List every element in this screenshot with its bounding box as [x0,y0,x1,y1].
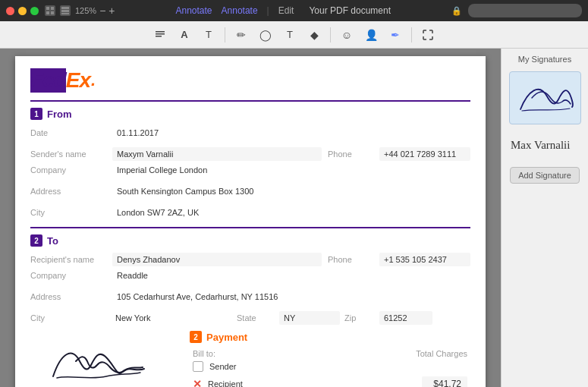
toolbar-type-icon[interactable]: T [281,27,298,43]
toolbar-expand-icon[interactable] [420,27,436,43]
recipient-phone-row: Recipient's name Denys Zhadanov Phone +1… [30,253,470,266]
toolbar-person-icon[interactable]: 👤 [363,27,379,43]
company2-label: Company [30,269,106,282]
toolbar-font-a[interactable]: A [176,27,193,43]
address1-label: Address [30,184,106,198]
signatures-panel: My Signatures Max Varnalii Add Signature [501,49,588,387]
total-charges-label: Total Charges [416,349,467,358]
annotate-label[interactable]: Annotate [222,5,258,16]
payment-header: 2 Payment [190,331,470,343]
date-value: 01.11.2017 [112,126,470,140]
fedex-fed-text: Fed [30,68,66,93]
svg-rect-4 [61,7,69,9]
toolbar-text-icon[interactable] [152,27,168,43]
toolbar-diamond-icon[interactable]: ◆ [306,27,322,43]
address2-label: Address [30,290,106,304]
svg-rect-2 [46,11,49,14]
payment-amount: $41.72 [422,376,467,387]
window-icons [45,5,71,16]
signature-area: SIGNATURE [30,331,182,387]
section2-header: 2 To [30,234,470,247]
edit-label[interactable]: Edit [278,5,294,16]
add-signature-button[interactable]: Add Signature [510,167,580,184]
city1-value: London SW7 2AZ, UK [112,206,470,219]
titlebar: 125% − + Annotate Annotate | Edit Your P… [0,0,588,21]
city2-label: City [30,311,106,325]
section1-number: 1 [30,108,42,120]
payment-section: 2 Payment Bill to: Total Charges Sender … [190,331,470,387]
annotate-tab[interactable]: Annotate [175,5,212,16]
payment-number: 2 [190,331,202,343]
fedex-underline [30,100,470,102]
pdf-viewer[interactable]: FedEx. 1 From Date 01.11.2017 Sender's n… [0,49,501,387]
company1-row: Company Imperial College London [30,163,470,177]
recipient-x-icon: ✕ [193,378,202,387]
zoom-controls: 125% − + [75,5,115,17]
section1-form: Date 01.11.2017 [30,126,470,140]
phone-label-1: Phone [328,149,373,159]
bottom-area: SIGNATURE 2 Payment Bill to: Total Charg… [30,331,470,387]
main-area: FedEx. 1 From Date 01.11.2017 Sender's n… [0,49,588,387]
sig-name-display: Max Varnalii [507,132,583,158]
city1-label: City [30,206,106,219]
signature-svg [30,331,167,387]
sig-thumbnail-svg [513,75,577,121]
company2-value: Readdle [112,269,470,282]
close-button[interactable] [6,7,14,15]
lock-icon: 🔒 [451,6,462,16]
zoom-plus[interactable]: + [108,5,115,17]
sender-radio[interactable] [193,361,203,372]
zip-label: Zip [344,311,375,325]
company1-label: Company [30,163,106,177]
address2-value: 105 Cedarhurst Ave, Cedarhurst, NY 11516 [112,290,470,304]
date-label: Date [30,126,106,140]
address1-value: South Kensington Campus Box 1300 [112,184,470,198]
sender-phone-row: Sender's name Maxym Varnalii Phone +44 0… [30,147,470,161]
state-label: State [237,311,275,325]
toolbar-pen-icon[interactable]: ✒ [387,27,404,43]
toolbar-divider-1 [225,27,225,42]
grid-icon[interactable] [45,5,55,16]
address1-row: Address South Kensington Campus Box 1300 [30,184,470,198]
phone-label-2: Phone [328,255,373,264]
minimize-button[interactable] [18,7,27,15]
recipient-payment-row: ✕ Recipient $41.72 [190,376,470,387]
zoom-level: 125% [75,6,96,15]
toolbar-circle-icon[interactable]: ◯ [257,27,274,43]
sender-label: Sender's name [30,149,106,159]
recipient-payment-label: Recipient [208,379,416,387]
sig-thumbnail[interactable] [509,71,581,124]
sender-payment-label: Sender [209,362,467,371]
section1-title: From [47,109,72,120]
toolbar-emoji-icon[interactable]: ☺ [338,27,355,43]
fedex-dot: . [91,71,96,90]
toolbar-font-t[interactable]: T [200,27,217,43]
zip-value: 61252 [379,311,432,325]
titlebar-center: Annotate Annotate | Edit Your PDF docume… [115,5,451,16]
svg-rect-8 [156,33,165,35]
zoom-minus[interactable]: − [99,5,105,17]
panel-title: My Signatures [518,55,571,64]
maximize-button[interactable] [30,7,39,15]
bill-to-label: Bill to: [193,349,215,358]
toolbar-divider-2 [330,27,331,42]
section2-number: 2 [30,234,42,247]
sender-value: Maxym Varnalii [112,147,322,161]
section2-title: To [47,235,58,247]
section1-header: 1 From [30,108,470,120]
phone-value-2: +1 535 105 2437 [379,253,470,266]
sender-payment-row: Sender [190,361,470,372]
recipient-label: Recipient's name [30,255,106,264]
phone-value-1: +44 021 7289 3111 [379,147,470,161]
search-bar[interactable] [468,4,582,17]
svg-rect-0 [46,7,49,10]
recipient-value: Denys Zhadanov [112,253,322,266]
svg-rect-1 [51,7,54,10]
svg-rect-5 [61,10,69,12]
toolbar-pencil-icon[interactable]: ✏ [233,27,250,43]
layout-icon[interactable] [60,5,71,16]
state-value: NY [279,311,340,325]
sig-name-svg: Max Varnalii [507,132,583,155]
document-title: Your PDF document [309,5,391,16]
city2-row: City New York State NY Zip 61252 [30,311,470,325]
